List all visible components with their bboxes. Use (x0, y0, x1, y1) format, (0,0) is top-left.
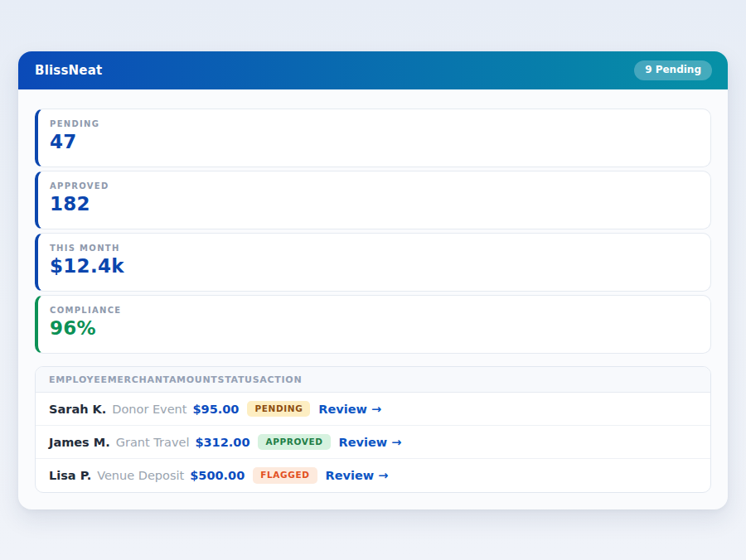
amount-value: $95.00 (193, 403, 240, 416)
stat-card-this-month: THIS MONTH $12.4k (35, 233, 711, 292)
pending-count-badge: 9 Pending (634, 60, 712, 80)
stat-card-pending: PENDING 47 (35, 109, 711, 167)
stat-value: 96% (50, 317, 699, 339)
card-content: PENDING 47 APPROVED 182 THIS MONTH $12.4… (18, 89, 728, 509)
column-header-status: STATUS (218, 374, 260, 385)
review-link[interactable]: Review → (339, 436, 402, 449)
table-row: Sarah K. Donor Event $95.00 PENDING Revi… (36, 393, 710, 426)
app-title: BlissNeat (35, 63, 102, 78)
merchant-name: Donor Event (112, 403, 186, 416)
status-badge: APPROVED (258, 434, 330, 451)
column-header-merchant: MERCHANT (108, 374, 169, 385)
stat-card-approved: APPROVED 182 (35, 171, 711, 229)
column-header-action: ACTION (259, 374, 302, 385)
stat-label: THIS MONTH (50, 244, 699, 253)
column-header-employee: EMPLOYEE (49, 374, 108, 385)
stat-label: PENDING (50, 119, 699, 128)
stat-value: 47 (50, 131, 699, 152)
status-badge: FLAGGED (253, 467, 317, 484)
table-row: James M. Grant Travel $312.00 APPROVED R… (36, 426, 710, 459)
review-link[interactable]: Review → (318, 403, 381, 416)
amount-value: $500.00 (190, 469, 245, 482)
column-header-amount: AMOUNT (169, 374, 218, 385)
expenses-table: EMPLOYEEMERCHANTAMOUNTSTATUSACTION Sarah… (35, 366, 711, 493)
employee-name: Lisa P. (49, 469, 91, 482)
review-link[interactable]: Review → (326, 469, 389, 482)
stat-value: $12.4k (50, 255, 699, 277)
employee-name: James M. (49, 436, 110, 449)
dashboard-card: BlissNeat 9 Pending PENDING 47 APPROVED … (18, 51, 728, 509)
status-badge: PENDING (247, 401, 310, 418)
merchant-name: Venue Deposit (97, 469, 184, 482)
stat-value: 182 (50, 193, 699, 215)
stat-label: APPROVED (50, 181, 699, 191)
table-header-row: EMPLOYEEMERCHANTAMOUNTSTATUSACTION (36, 367, 710, 393)
employee-name: Sarah K. (49, 403, 106, 416)
amount-value: $312.00 (195, 436, 249, 449)
stat-card-compliance: COMPLIANCE 96% (35, 295, 711, 354)
card-header: BlissNeat 9 Pending (18, 51, 728, 89)
page-background: { "app": { "title": "BlissNeat", "pendin… (0, 0, 746, 560)
merchant-name: Grant Travel (116, 436, 190, 449)
table-row: Lisa P. Venue Deposit $500.00 FLAGGED Re… (36, 459, 710, 492)
stat-label: COMPLIANCE (50, 306, 699, 315)
